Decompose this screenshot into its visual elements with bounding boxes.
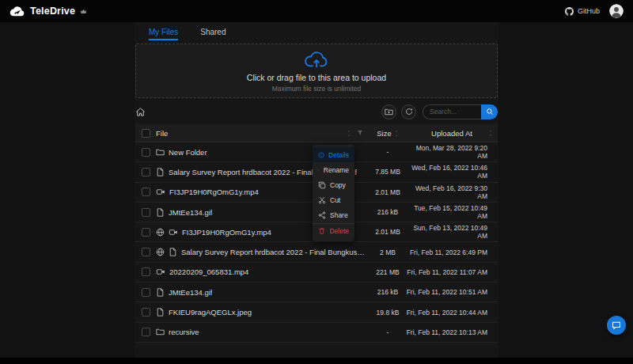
file-size: 2.01 MB (370, 188, 406, 196)
row-checkbox[interactable] (142, 168, 150, 176)
file-uploaded-at: Wed, Feb 16, 2022 10:46 AM (406, 164, 498, 180)
globe-icon (156, 248, 165, 256)
caret-down-icon (488, 134, 493, 137)
caret-up-icon (347, 130, 351, 133)
avatar-icon (609, 4, 624, 18)
context-menu-item-share[interactable]: Share (313, 208, 354, 223)
search-input[interactable] (423, 104, 481, 119)
file-name[interactable]: FI3JP19H0RgOmG1y.mp4 (182, 228, 271, 237)
table-header: File Size Uploaded At (135, 124, 498, 142)
table-row[interactable]: 20220209_065831.mp4 221 MB Fri, Feb 11, … (135, 263, 498, 282)
github-label: GitHub (578, 7, 600, 15)
file-size: 2 MB (370, 248, 406, 256)
file-uploaded-at: Fri, Feb 11, 2022 6:49 PM (406, 248, 498, 256)
context-menu-item-copy[interactable]: Copy (313, 177, 354, 192)
tab-bar: My Files Shared (135, 22, 498, 41)
file-name[interactable]: Salary Survey Report hrdbacot 2022 - Fin… (181, 248, 365, 256)
chat-icon (612, 320, 621, 330)
upload-dropzone[interactable]: Click or drag file to this area to uploa… (135, 44, 498, 98)
copy-icon (318, 181, 326, 189)
file-icon (156, 168, 165, 176)
table-row[interactable]: recursive - Fri, Feb 11, 2022 10:13 AM (135, 323, 498, 343)
new-folder-button[interactable] (381, 104, 396, 119)
file-uploaded-at: Wed, Feb 16, 2022 9:30 AM (406, 184, 498, 200)
upload-main-text: Click or drag file to this area to uploa… (247, 73, 386, 82)
home-button[interactable] (135, 107, 146, 117)
row-checkbox[interactable] (142, 328, 150, 336)
trash-icon (318, 227, 325, 235)
file-name[interactable]: New Folder (169, 148, 207, 157)
uploaded-at-sort-control[interactable] (488, 130, 493, 137)
tab-shared[interactable]: Shared (200, 22, 226, 41)
search-button[interactable] (481, 104, 498, 119)
caret-down-icon (394, 134, 399, 137)
context-menu-item-cut[interactable]: Cut (313, 193, 354, 208)
scissors-icon (318, 196, 326, 204)
github-link[interactable]: GitHub (565, 7, 600, 16)
column-header-uploaded-at[interactable]: Uploaded At (406, 129, 498, 138)
search-icon (486, 108, 494, 116)
file-name[interactable]: FI3JP19H0RgOmG1y.mp4 (169, 188, 259, 196)
github-icon (565, 7, 574, 16)
row-checkbox[interactable] (142, 248, 150, 256)
folder-icon (156, 328, 165, 336)
user-avatar[interactable] (609, 4, 624, 18)
file-size: - (370, 328, 406, 336)
folder-add-icon (385, 108, 393, 116)
file-uploaded-at: Tue, Feb 15, 2022 10:49 AM (406, 204, 498, 220)
file-name[interactable]: FKIEU9ragAQEGLx.jpeg (169, 308, 252, 317)
column-header-file[interactable]: File (156, 129, 370, 138)
file-size: - (370, 148, 406, 156)
table-row[interactable]: JMtEe134.gif 216 kB Fri, Feb 11, 2022 10… (135, 282, 498, 302)
search-group (423, 104, 498, 119)
chat-fab-button[interactable] (607, 316, 626, 335)
file-name[interactable]: JMtEe134.gif (169, 288, 212, 297)
refresh-button[interactable] (401, 104, 416, 119)
file-uploaded-at: Fri, Feb 11, 2022 10:44 AM (406, 309, 498, 317)
globe-icon (156, 228, 165, 237)
row-checkbox[interactable] (142, 288, 150, 297)
file-size: 19.8 kB (370, 309, 406, 317)
file-icon (156, 308, 165, 317)
caret-up-icon (488, 130, 493, 133)
crown-icon (80, 8, 87, 15)
context-menu-item-details[interactable]: Details (313, 147, 354, 162)
video-icon (156, 267, 165, 276)
teledrive-logo-icon (9, 6, 25, 17)
column-header-size[interactable]: Size (370, 129, 406, 138)
file-uploaded-at: Fri, Feb 11, 2022 11:07 AM (406, 268, 498, 276)
file-column-label: File (156, 129, 168, 138)
caret-down-icon (347, 134, 351, 137)
file-size: 221 MB (370, 268, 406, 276)
context-menu: Details Rename Copy Cut Share Delete (313, 145, 354, 241)
filter-icon[interactable] (357, 130, 363, 136)
file-uploaded-at: Mon, Mar 28, 2022 9:20 AM (406, 144, 498, 160)
row-checkbox[interactable] (142, 208, 150, 217)
context-menu-item-delete[interactable]: Delete (313, 223, 354, 239)
file-size: 7.85 MB (370, 168, 406, 176)
row-checkbox[interactable] (142, 267, 150, 276)
row-checkbox[interactable] (142, 308, 150, 317)
select-all-checkbox[interactable] (142, 129, 150, 138)
table-row[interactable]: FKIEU9ragAQEGLx.jpeg 19.8 kB Fri, Feb 11… (135, 302, 498, 322)
row-checkbox[interactable] (142, 148, 150, 157)
file-size: 216 kB (370, 288, 406, 296)
file-name[interactable]: 20220209_065831.mp4 (169, 267, 248, 276)
edit-icon (318, 166, 320, 174)
file-uploaded-at: Fri, Feb 11, 2022 10:13 AM (406, 328, 498, 336)
row-checkbox[interactable] (142, 188, 150, 196)
brand[interactable]: TeleDrive (9, 6, 87, 17)
row-checkbox[interactable] (142, 228, 150, 237)
file-name[interactable]: recursive (169, 328, 199, 336)
file-sort-control[interactable] (347, 130, 351, 137)
share-icon (318, 211, 326, 219)
bottom-bar (0, 358, 633, 364)
caret-up-icon (394, 130, 399, 133)
home-icon (135, 107, 146, 117)
file-name[interactable]: JMtEe134.gif (169, 208, 212, 217)
size-sort-control[interactable] (394, 130, 399, 137)
table-row[interactable]: Salary Survey Report hrdbacot 2022 - Fin… (135, 242, 498, 262)
tab-my-files[interactable]: My Files (149, 22, 178, 41)
context-menu-item-rename[interactable]: Rename (313, 162, 354, 177)
file-icon (156, 288, 165, 297)
